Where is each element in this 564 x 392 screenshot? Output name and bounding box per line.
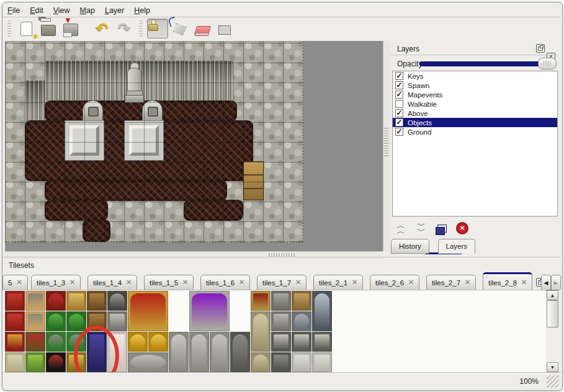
- tile-purple-throne[interactable]: [189, 291, 230, 331]
- duplicate-layer-button[interactable]: [434, 221, 449, 236]
- tab-close-icon[interactable]: ✕: [69, 278, 75, 287]
- tile-gargoyle[interactable]: [230, 332, 250, 372]
- tile-iron-bed[interactable]: [107, 311, 127, 331]
- tileset-tab-tiles_1_6[interactable]: tiles_1_6✕: [200, 275, 250, 290]
- tab-close-icon[interactable]: ✕: [182, 278, 188, 287]
- tab-close-icon[interactable]: ✕: [295, 278, 301, 287]
- window-resize-grip[interactable]: [547, 375, 559, 388]
- menu-layer[interactable]: Layer: [105, 6, 124, 15]
- redo-button[interactable]: ↷: [114, 19, 135, 38]
- tile-potted-plant[interactable]: [66, 332, 86, 352]
- layer-visibility-checkbox[interactable]: ✓: [395, 72, 403, 80]
- tile-armor-pile[interactable]: [292, 311, 311, 331]
- tile-wooden-desk[interactable]: [292, 291, 311, 311]
- new-button[interactable]: [16, 19, 37, 38]
- tile-angel-statue-left[interactable]: [189, 332, 209, 372]
- tile-gold-necklace[interactable]: [128, 332, 148, 352]
- tile-red-banner-bottom[interactable]: [5, 311, 25, 331]
- menu-help[interactable]: Help: [134, 6, 150, 15]
- tile-armor-suit[interactable]: [312, 291, 332, 331]
- layer-visibility-checkbox[interactable]: ✓: [395, 109, 403, 117]
- layer-visibility-checkbox[interactable]: [395, 100, 403, 108]
- open-button[interactable]: [38, 19, 59, 38]
- tile-gray-drawers[interactable]: [271, 291, 291, 311]
- layer-row-objects[interactable]: ✓Objects: [393, 118, 557, 127]
- tile-wooden-door-bottom[interactable]: [87, 311, 107, 331]
- opacity-slider-handle[interactable]: [538, 58, 557, 69]
- tab-close-icon[interactable]: ✕: [16, 278, 22, 287]
- delete-layer-button[interactable]: ✕: [455, 221, 470, 236]
- tileset-tab-tiles_2_7[interactable]: tiles_2_7✕: [426, 275, 476, 290]
- undo-button[interactable]: ↶: [91, 19, 112, 38]
- tile-potted-palm[interactable]: [46, 332, 66, 352]
- tab-close-icon[interactable]: ✕: [408, 278, 414, 287]
- tileset-tab-tiles_1_3[interactable]: tiles_1_3✕: [31, 275, 81, 290]
- tile-stone-wall-top-2[interactable]: [292, 332, 311, 352]
- dock-tab-layers[interactable]: Layers: [438, 239, 476, 254]
- map-canvas[interactable]: [5, 41, 303, 243]
- layer-row-above[interactable]: ✓Above: [393, 109, 557, 118]
- tile-stone-pillar[interactable]: [271, 352, 291, 372]
- opacity-slider-track[interactable]: [419, 61, 540, 66]
- palette-scrollbar-thumb[interactable]: [547, 300, 558, 327]
- tile-bookshelf[interactable]: [25, 332, 45, 352]
- tile-red-throne[interactable]: [128, 291, 168, 331]
- tile-wooden-door-top[interactable]: [87, 291, 107, 311]
- layer-visibility-checkbox[interactable]: ✓: [395, 81, 403, 89]
- layer-row-walkable[interactable]: Walkable: [393, 99, 557, 109]
- tile-obelisk-monument[interactable]: [251, 311, 271, 352]
- menu-edit[interactable]: Edit: [30, 6, 43, 15]
- tile-purple-door[interactable]: [87, 332, 107, 372]
- tileset-palette[interactable]: [2, 290, 546, 373]
- layer-row-spawn[interactable]: ✓Spawn: [393, 81, 557, 90]
- vertical-splitter-grip[interactable]: [384, 128, 388, 156]
- tile-stone-wall-top[interactable]: [271, 332, 291, 352]
- tile-shelf-with-cushion[interactable]: [46, 352, 66, 372]
- tileset-tab-tiles_2_6[interactable]: tiles_2_6✕: [370, 275, 419, 290]
- tile-hooded-statue[interactable]: [169, 332, 189, 372]
- layer-visibility-checkbox[interactable]: ✓: [395, 118, 403, 127]
- tileset-tab-5[interactable]: 5✕: [2, 275, 28, 290]
- tile-palm-plant[interactable]: [46, 311, 66, 331]
- layers-panel-float-icon[interactable]: [536, 44, 545, 53]
- tab-scroll-right-button[interactable]: ▶: [551, 275, 561, 290]
- menu-map[interactable]: Map: [80, 6, 95, 15]
- toolbar-drag-handle[interactable]: [7, 20, 11, 37]
- eraser-tool-button[interactable]: [192, 19, 213, 38]
- layer-visibility-checkbox[interactable]: ✓: [395, 128, 403, 136]
- layer-row-mapevents[interactable]: ✓Mapevents: [393, 90, 557, 99]
- tile-stone-wall-top-3[interactable]: [312, 332, 332, 352]
- layer-row-keys[interactable]: ✓Keys: [393, 71, 557, 81]
- tileset-tab-tiles_1_7[interactable]: tiles_1_7✕: [257, 275, 307, 290]
- select-tool-button[interactable]: [214, 19, 235, 38]
- tileset-tab-tiles_1_4[interactable]: tiles_1_4✕: [87, 275, 137, 290]
- tile-green-flag[interactable]: [25, 352, 45, 372]
- menu-file[interactable]: File: [7, 6, 20, 15]
- tile-king-portrait[interactable]: [251, 291, 271, 311]
- tile-gold-mirror[interactable]: [66, 291, 86, 311]
- save-button[interactable]: [60, 19, 81, 38]
- stamp-tool-button[interactable]: [147, 19, 168, 38]
- dock-tab-history[interactable]: History: [391, 239, 429, 254]
- tile-iron-gate[interactable]: [107, 291, 127, 311]
- tile-parchment[interactable]: [5, 352, 25, 372]
- tile-gold-cross[interactable]: [66, 352, 86, 372]
- tile-leafy-plant[interactable]: [66, 311, 86, 331]
- map-view[interactable]: [5, 41, 383, 251]
- tile-stone-wall-face[interactable]: [292, 352, 311, 372]
- tab-close-icon[interactable]: ✕: [126, 278, 132, 287]
- tile-boulder[interactable]: [128, 352, 168, 372]
- tile-angel-statue-right[interactable]: [210, 332, 230, 372]
- tab-close-icon[interactable]: ✕: [521, 278, 527, 287]
- tab-close-icon[interactable]: ✕: [239, 278, 244, 287]
- horizontal-splitter[interactable]: [5, 251, 383, 259]
- layer-visibility-checkbox[interactable]: ✓: [395, 91, 403, 99]
- menu-view[interactable]: View: [53, 6, 70, 15]
- palette-scroll-up-button[interactable]: ▲: [547, 290, 558, 300]
- tileset-tab-tiles_2_8[interactable]: tiles_2_8✕: [483, 272, 532, 290]
- tile-loom-2[interactable]: [25, 311, 45, 331]
- move-layer-down-button[interactable]: ﹀﹀: [414, 221, 429, 236]
- tile-loom[interactable]: [25, 291, 45, 311]
- move-layer-up-button[interactable]: ︿︿: [393, 221, 408, 236]
- palette-scroll-down-button[interactable]: ▼: [547, 362, 558, 372]
